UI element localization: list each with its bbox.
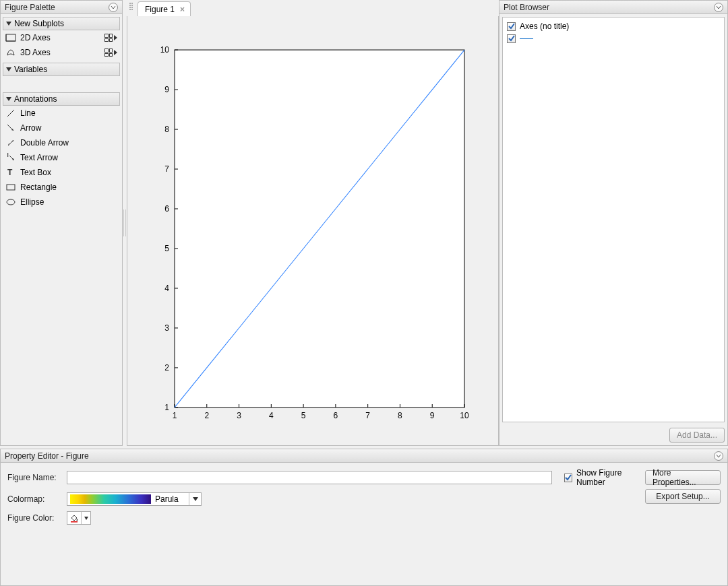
axes-3d-icon: [5, 48, 16, 57]
svg-rect-0: [6, 34, 16, 41]
figure-palette-header: Figure Palette: [1, 1, 122, 14]
annotation-line[interactable]: Line: [3, 106, 120, 121]
svg-text:7: 7: [365, 411, 370, 420]
colormap-dropdown[interactable]: Parula: [67, 492, 202, 506]
svg-text:2: 2: [164, 363, 169, 372]
annotations-section[interactable]: Annotations: [3, 92, 120, 106]
plot-browser-list: Axes (no title): [502, 17, 725, 422]
export-setup-button[interactable]: Export Setup...: [645, 489, 721, 504]
plot-browser-header: Plot Browser: [499, 1, 727, 14]
checkbox-icon: [564, 474, 572, 482]
colormap-swatch-icon: [70, 494, 151, 504]
item-label: Axes (no title): [520, 22, 569, 31]
chevron-down-icon: [6, 22, 11, 26]
double-arrow-icon: [5, 138, 16, 148]
svg-line-3: [7, 110, 14, 117]
figure-name-input[interactable]: [67, 471, 552, 484]
subplot-3d-axes[interactable]: 3D Axes: [3, 45, 120, 60]
line-icon: [5, 108, 16, 118]
grid-expand-icon[interactable]: [104, 48, 117, 57]
close-icon[interactable]: ×: [180, 5, 185, 14]
svg-text:5: 5: [164, 244, 169, 253]
svg-text:6: 6: [164, 204, 169, 214]
svg-text:10: 10: [160, 45, 170, 55]
figure-area: Figure 1 × 1234567891012345678910: [127, 0, 499, 446]
svg-text:3: 3: [237, 411, 241, 420]
ellipse-icon: [5, 197, 16, 207]
checkbox-icon[interactable]: [507, 34, 516, 43]
subplot-2d-axes[interactable]: 2D Axes: [3, 30, 120, 45]
checkbox-icon[interactable]: [507, 22, 516, 31]
svg-text:5: 5: [301, 411, 306, 420]
tab-grip-icon[interactable]: [129, 3, 133, 13]
plot-browser-item-axes[interactable]: Axes (no title): [507, 20, 720, 32]
item-label: Line: [20, 108, 36, 118]
figure-palette-title: Figure Palette: [5, 1, 55, 14]
figure-canvas[interactable]: 1234567891012345678910: [127, 16, 499, 446]
svg-text:4: 4: [269, 411, 274, 420]
minimize-icon[interactable]: [714, 451, 723, 461]
add-data-button[interactable]: Add Data...: [669, 428, 725, 443]
item-label: Arrow: [20, 123, 41, 133]
section-label: Variables: [14, 65, 47, 74]
svg-rect-53: [71, 521, 78, 523]
svg-text:7: 7: [164, 164, 169, 174]
checkbox-label: Show Figure Number: [576, 468, 640, 487]
item-label: 3D Axes: [20, 48, 51, 57]
svg-rect-9: [7, 185, 15, 190]
svg-point-10: [7, 199, 15, 205]
chevron-down-icon: [81, 512, 90, 524]
property-editor-header: Property Editor - Figure: [1, 449, 727, 463]
svg-text:9: 9: [430, 411, 435, 420]
figure-color-dropdown[interactable]: [67, 511, 91, 525]
annotation-ellipse[interactable]: Ellipse: [3, 195, 120, 209]
chevron-down-icon: [189, 493, 201, 505]
text-arrow-icon: T: [5, 153, 16, 162]
svg-text:1: 1: [164, 403, 169, 412]
annotation-text-arrow[interactable]: TText Arrow: [3, 150, 120, 165]
text-box-icon: T: [5, 168, 16, 177]
paint-bucket-icon: [67, 513, 81, 523]
annotation-arrow[interactable]: Arrow: [3, 121, 120, 135]
property-editor-panel: Property Editor - Figure Figure Name: Sh…: [0, 449, 728, 586]
svg-text:T: T: [7, 168, 13, 177]
new-subplots-section[interactable]: New Subplots: [3, 17, 120, 30]
svg-text:2: 2: [204, 411, 209, 420]
show-figure-number-checkbox[interactable]: Show Figure Number: [557, 468, 640, 487]
plot-browser-panel: Plot Browser Axes (no title) Add Data...: [499, 0, 728, 446]
section-label: New Subplots: [14, 19, 64, 28]
figure-color-label: Figure Color:: [7, 513, 61, 523]
svg-text:1: 1: [173, 411, 177, 420]
chevron-down-icon: [6, 97, 11, 101]
plot-browser-item-line[interactable]: [507, 32, 720, 44]
property-editor-title: Property Editor - Figure: [5, 449, 89, 463]
annotation-rectangle[interactable]: Rectangle: [3, 180, 120, 195]
svg-text:6: 6: [334, 411, 338, 420]
svg-text:8: 8: [398, 411, 402, 420]
minimize-icon[interactable]: [714, 3, 723, 12]
item-label: Double Arrow: [20, 138, 69, 148]
item-label: Rectangle: [20, 183, 57, 192]
item-label: Text Box: [20, 168, 51, 177]
chevron-down-icon: [6, 67, 11, 71]
item-label: Text Arrow: [20, 153, 58, 162]
plot-browser-title: Plot Browser: [504, 1, 549, 14]
svg-text:9: 9: [164, 85, 169, 94]
tab-label: Figure 1: [145, 5, 175, 14]
arrow-icon: [5, 123, 16, 133]
item-label: Ellipse: [20, 197, 44, 207]
variables-section[interactable]: Variables: [3, 63, 120, 76]
annotation-text-box[interactable]: TText Box: [3, 165, 120, 180]
minimize-icon[interactable]: [109, 3, 118, 12]
svg-text:3: 3: [164, 323, 169, 333]
more-properties-button[interactable]: More Properties...: [645, 470, 721, 485]
svg-text:8: 8: [164, 125, 169, 134]
svg-text:4: 4: [164, 284, 169, 293]
colormap-label: Colormap:: [7, 494, 61, 504]
section-label: Annotations: [14, 94, 57, 104]
figure-name-label: Figure Name:: [7, 473, 61, 482]
annotation-double-arrow[interactable]: Double Arrow: [3, 135, 120, 150]
grid-expand-icon[interactable]: [104, 34, 117, 42]
tab-figure-1[interactable]: Figure 1 ×: [138, 1, 191, 16]
line-sample-icon: [520, 38, 533, 39]
